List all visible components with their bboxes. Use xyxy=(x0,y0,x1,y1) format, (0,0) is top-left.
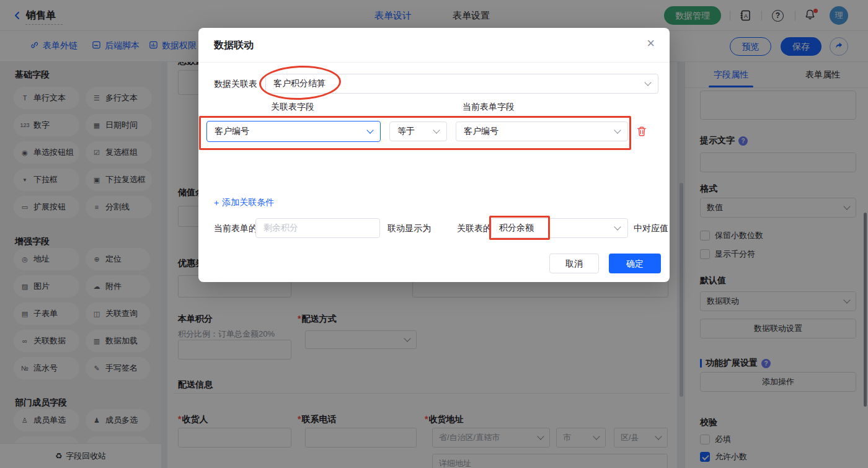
condition-right-select[interactable]: 客户编号 xyxy=(456,121,628,141)
relation-table-select[interactable]: 客户积分结算 xyxy=(265,74,658,94)
delete-condition-trash-icon[interactable] xyxy=(636,126,647,137)
form-designer-screen: 销售单 表单设计 表单设置 数据管理 A 理 表单外链 后端脚本 xyxy=(0,0,868,468)
close-icon[interactable] xyxy=(647,37,655,50)
confirm-button[interactable]: 确定 xyxy=(609,254,661,273)
column-header-relation-field: 关联表字段 xyxy=(271,102,314,113)
chevron-down-icon xyxy=(644,79,651,86)
value-suffix-label: 中对应值 xyxy=(634,223,668,234)
chevron-down-icon xyxy=(614,126,621,133)
chevron-down-icon xyxy=(433,126,440,133)
current-form-label: 当前表单的 xyxy=(214,223,257,234)
display-as-label: 联动显示为 xyxy=(388,223,431,234)
add-condition-link[interactable]: + 添加关联条件 xyxy=(214,197,274,208)
chevron-down-icon xyxy=(366,126,373,133)
data-linkage-modal: 数据联动 数据关联表 客户积分结算 关联表字段 当前表单字段 客户编号 等于 客… xyxy=(198,28,670,282)
chevron-down-icon xyxy=(614,223,621,230)
column-header-current-field: 当前表单字段 xyxy=(463,102,515,113)
plus-icon: + xyxy=(214,198,219,208)
cancel-button[interactable]: 取消 xyxy=(549,254,599,273)
condition-operator-select[interactable]: 等于 xyxy=(389,121,447,141)
related-field-select[interactable]: 积分余额 xyxy=(491,218,628,238)
modal-title: 数据联动 xyxy=(214,39,254,52)
related-table-label: 关联表的 xyxy=(457,223,492,234)
relation-table-label: 数据关联表 xyxy=(214,79,257,90)
condition-left-select[interactable]: 客户编号 xyxy=(206,121,381,142)
current-field-input[interactable]: 剩余积分 xyxy=(255,218,380,238)
modal-header: 数据联动 xyxy=(198,28,670,63)
